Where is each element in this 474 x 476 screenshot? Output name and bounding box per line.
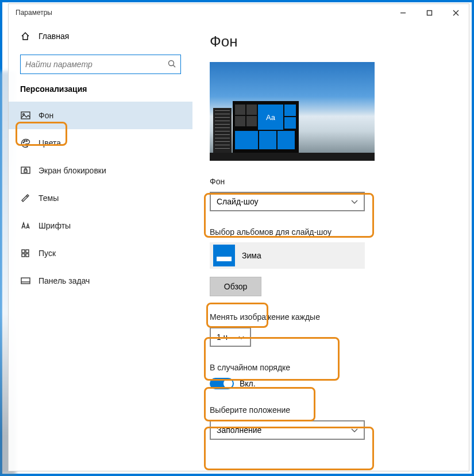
sidebar-item-background[interactable]: Фон	[9, 102, 192, 129]
svg-point-9	[24, 140, 25, 141]
sidebar-item-label: Пуск	[38, 249, 56, 258]
search-box[interactable]	[20, 55, 181, 74]
shuffle-section: В случайном порядке Вкл.	[210, 363, 452, 389]
sidebar-item-taskbar[interactable]: Панель задач	[9, 267, 192, 295]
sidebar: Главная Персонализация Фон Цвета	[9, 21, 192, 471]
album-label: Выбор альбомов для слайд-шоу	[210, 227, 452, 237]
sidebar-item-lockscreen[interactable]: Экран блокировки	[9, 157, 192, 184]
maximize-button[interactable]	[416, 4, 442, 21]
chevron-down-icon	[351, 197, 358, 206]
shuffle-label: В случайном порядке	[210, 363, 452, 372]
desktop-preview: Aa	[210, 62, 375, 161]
sidebar-item-colors[interactable]: Цвета	[9, 129, 192, 157]
album-name: Зима	[242, 251, 261, 260]
shuffle-toggle[interactable]	[210, 378, 234, 389]
chevron-down-icon	[238, 332, 244, 342]
search-icon	[168, 60, 176, 69]
dropdown-value: 1 ч	[217, 332, 228, 342]
browse-button[interactable]: Обзор	[210, 277, 261, 296]
picture-icon	[20, 111, 30, 119]
minimize-button[interactable]	[390, 4, 416, 21]
sidebar-item-themes[interactable]: Темы	[9, 184, 192, 212]
main-panel: Фон Aa Фон Слайд-шоу	[192, 21, 469, 471]
fit-label: Выберите положение	[210, 405, 452, 415]
background-type-label: Фон	[210, 177, 452, 186]
taskbar-icon	[20, 277, 30, 284]
background-type-section: Фон Слайд-шоу	[210, 177, 452, 211]
window-controls	[390, 4, 469, 21]
sidebar-item-label: Темы	[38, 194, 59, 203]
sidebar-item-start[interactable]: Пуск	[9, 239, 192, 267]
sidebar-item-fonts[interactable]: Шрифты	[9, 212, 192, 239]
palette-icon	[20, 138, 30, 148]
drive-icon	[213, 245, 235, 266]
sidebar-item-label: Цвета	[38, 138, 61, 148]
album-row[interactable]: Зима	[210, 242, 365, 269]
home-icon	[20, 32, 30, 41]
svg-rect-14	[26, 250, 29, 253]
svg-rect-13	[22, 250, 25, 253]
page-title: Фон	[210, 33, 452, 51]
category-heading: Персонализация	[9, 84, 192, 102]
close-button[interactable]	[442, 4, 469, 21]
sidebar-item-label: Шрифты	[38, 221, 71, 230]
interval-dropdown[interactable]: 1 ч	[210, 327, 251, 347]
browse-label: Обзор	[224, 282, 247, 291]
preview-taskbar	[210, 153, 375, 161]
app-frame: Параметры Главная Персонализация	[0, 0, 474, 476]
sidebar-item-label: Фон	[38, 111, 53, 120]
svg-rect-1	[427, 10, 431, 15]
svg-point-10	[26, 140, 27, 141]
window-title: Параметры	[16, 9, 52, 17]
svg-rect-12	[24, 170, 27, 172]
fit-dropdown[interactable]: Заполнение	[210, 420, 365, 440]
album-section: Выбор альбомов для слайд-шоу Зима Обзор	[210, 227, 452, 296]
svg-rect-15	[22, 254, 25, 257]
dropdown-value: Заполнение	[217, 425, 261, 435]
start-icon	[20, 249, 30, 258]
shuffle-state: Вкл.	[240, 379, 256, 388]
fonts-icon	[20, 222, 30, 230]
sidebar-item-label: Экран блокировки	[38, 166, 106, 175]
interval-section: Менять изображение каждые 1 ч	[210, 312, 452, 347]
chevron-down-icon	[351, 425, 358, 435]
preview-window	[213, 108, 232, 153]
background-type-dropdown[interactable]: Слайд-шоу	[210, 192, 365, 211]
fit-section: Выберите положение Заполнение	[210, 405, 452, 440]
svg-rect-17	[21, 278, 30, 284]
dropdown-value: Слайд-шоу	[217, 197, 259, 206]
svg-line-5	[174, 65, 176, 67]
search-input[interactable]	[25, 60, 168, 69]
lockscreen-icon	[20, 167, 30, 175]
sidebar-item-label: Панель задач	[38, 276, 90, 285]
home-link[interactable]: Главная	[9, 27, 192, 45]
themes-icon	[20, 194, 30, 203]
svg-point-4	[169, 60, 174, 65]
settings-window: Параметры Главная Персонализация	[8, 3, 469, 471]
preview-sample-tile: Aa	[258, 105, 283, 130]
interval-label: Менять изображение каждые	[210, 312, 452, 322]
home-label: Главная	[38, 32, 69, 41]
svg-point-8	[23, 142, 24, 143]
svg-rect-16	[26, 254, 29, 257]
preview-start-menu: Aa	[233, 101, 299, 153]
